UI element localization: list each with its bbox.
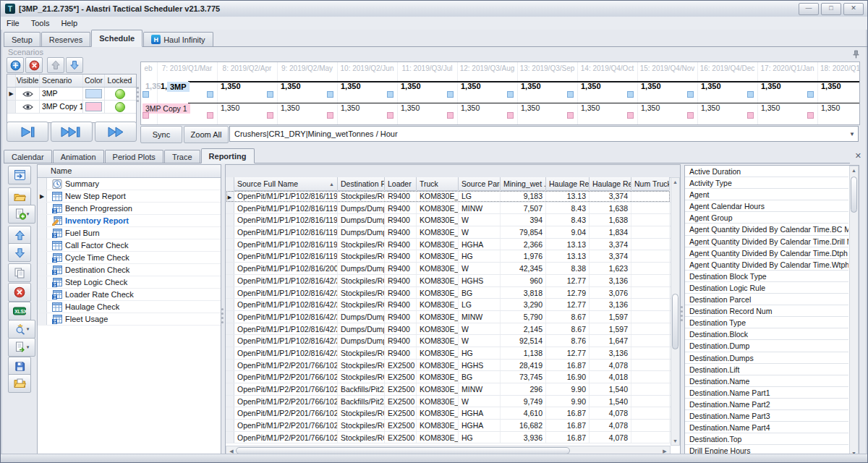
field-item[interactable]: Agent Group bbox=[685, 212, 848, 224]
grid-col-header-mining-wet-[interactable]: Mining_wet ... bbox=[501, 177, 546, 190]
table-row[interactable]: OpenPit/M1/P1/P102/816/119/253Stockpiles… bbox=[226, 239, 671, 251]
field-item[interactable]: Destination.Block bbox=[685, 328, 848, 340]
scenario-color[interactable] bbox=[83, 88, 105, 100]
tree-item-fleet-usage[interactable]: Fleet Usage bbox=[38, 313, 221, 326]
grid-col-header-truck[interactable]: Truck bbox=[417, 177, 459, 190]
table-row[interactable]: OpenPit/M1/P1/P102/816/42/232Dumps/Dump1… bbox=[226, 311, 671, 323]
tab-schedule[interactable]: Schedule bbox=[91, 30, 142, 47]
locked-indicator[interactable] bbox=[105, 101, 135, 113]
grid-col-header-haulage-re-[interactable]: Haulage Re... bbox=[590, 177, 631, 190]
tree-item-cycle-time-check[interactable]: Cycle Time Check bbox=[38, 252, 221, 264]
scroll-up-icon[interactable]: ▲ bbox=[671, 179, 679, 184]
tree-item-call-factor-check[interactable]: Call Factor Check bbox=[38, 239, 221, 252]
table-row[interactable]: OpenPit/M1/P1/P102/816/119/253Stockpiles… bbox=[226, 250, 671, 263]
field-item[interactable]: Destination.Name Part4 bbox=[685, 422, 848, 433]
view-tab-reporting[interactable]: Reporting bbox=[201, 148, 255, 163]
field-item[interactable]: Active Duration bbox=[685, 166, 848, 177]
field-item[interactable]: Destination.Dump bbox=[685, 340, 848, 352]
field-item[interactable]: Destination Record Num bbox=[685, 305, 848, 317]
view-tab-calendar[interactable]: Calendar bbox=[4, 150, 52, 163]
scenario-color[interactable] bbox=[83, 101, 105, 113]
menu-file[interactable]: File bbox=[1, 18, 25, 28]
tree-item-summary[interactable]: Summary bbox=[38, 178, 221, 190]
add-scenario-button[interactable] bbox=[7, 57, 24, 73]
field-item[interactable]: Agent bbox=[685, 189, 848, 200]
menu-help[interactable]: Help bbox=[55, 18, 83, 28]
view-tab-animation[interactable]: Animation bbox=[53, 150, 104, 163]
table-row[interactable]: OpenPit/M1/P1/P102/816/2000/242Dumps/Dum… bbox=[226, 263, 671, 275]
tree-item-inventory-report[interactable]: Inventory Report bbox=[38, 215, 221, 227]
sync-button[interactable]: Sync bbox=[140, 126, 182, 143]
grid-col-header-source-parcel[interactable]: Source Parcel bbox=[459, 177, 501, 190]
move-down-button[interactable] bbox=[8, 243, 31, 262]
table-row[interactable]: OpenPit/M1/P2/P201/766/102/72Stockpiles/… bbox=[226, 407, 671, 420]
move-scenario-up-button[interactable] bbox=[47, 57, 64, 73]
scroll-down-icon[interactable]: ▼ bbox=[671, 438, 679, 443]
tab-reserves[interactable]: Reserves bbox=[41, 32, 90, 46]
field-item[interactable]: Destination.Lift bbox=[685, 364, 848, 375]
delete-button[interactable] bbox=[8, 283, 31, 302]
tree-item-bench-progression[interactable]: Bench Progression bbox=[38, 203, 221, 215]
table-row[interactable]: OpenPit/M1/P1/P102/816/42/232Dumps/Dump1… bbox=[226, 335, 671, 347]
table-row[interactable]: OpenPit/M1/P1/P102/816/119/253Dumps/Dump… bbox=[226, 226, 671, 239]
scroll-up-icon[interactable]: ▲ bbox=[850, 168, 858, 173]
grid-col-header-loader[interactable]: Loader bbox=[385, 177, 417, 190]
table-row[interactable]: OpenPit/M1/P1/P102/816/119/253Dumps/Dump… bbox=[226, 214, 671, 226]
field-item[interactable]: Destination Parcel bbox=[685, 294, 848, 305]
field-item[interactable]: Agent Quantity Divided By Calendar Time.… bbox=[685, 247, 848, 259]
table-row[interactable]: OpenPit/M1/P2/P201/766/102/72Backfills/P… bbox=[226, 383, 671, 396]
step-forward-button[interactable] bbox=[7, 122, 48, 142]
zoom-all-button[interactable]: Zoom All bbox=[184, 126, 229, 143]
minimize-button[interactable]: — bbox=[799, 3, 819, 15]
find-button[interactable]: ▾ bbox=[8, 320, 35, 339]
run-to-end-button[interactable] bbox=[51, 122, 93, 142]
export-report-button[interactable]: ▾ bbox=[8, 338, 35, 357]
tree-grid-splitter[interactable] bbox=[221, 301, 224, 330]
table-row[interactable]: OpenPit/M1/P2/P201/766/102/72Stockpiles/… bbox=[226, 432, 671, 444]
table-row[interactable]: OpenPit/M1/P1/P102/816/42/232Stockpiles/… bbox=[226, 275, 671, 287]
field-item[interactable]: Agent Quantity Divided By Calendar Time.… bbox=[685, 224, 848, 235]
delete-scenario-button[interactable] bbox=[25, 57, 43, 73]
field-item[interactable]: Destination Logic Rule bbox=[685, 282, 848, 294]
add-report-button[interactable]: ▾ bbox=[8, 205, 35, 224]
close-panel-icon[interactable]: ✕ bbox=[855, 151, 861, 161]
tree-item-loader-rate-check[interactable]: Loader Rate Check bbox=[38, 289, 221, 301]
move-scenario-down-button[interactable] bbox=[66, 57, 83, 73]
scenario-splitter[interactable] bbox=[136, 80, 140, 109]
open-folder-button[interactable] bbox=[8, 187, 31, 206]
table-row[interactable]: OpenPit/M1/P1/P102/816/42/232Stockpiles/… bbox=[226, 287, 671, 300]
schedule-timeline[interactable]: eb7: 2019/Q1/Mar1,3501,3508: 2019/Q2/Apr… bbox=[140, 61, 860, 125]
table-row[interactable]: OpenPit/M1/P1/P102/816/42/232Stockpiles/… bbox=[226, 347, 671, 360]
field-item[interactable]: Destination.Name Part1 bbox=[685, 387, 848, 399]
field-item[interactable]: Destination.Top bbox=[685, 433, 848, 445]
scrollbar-thumb[interactable] bbox=[851, 177, 857, 213]
table-row[interactable]: OpenPit/M1/P1/P102/816/42/232Stockpiles/… bbox=[226, 299, 671, 311]
maximize-button[interactable]: □ bbox=[821, 3, 841, 15]
tree-item-step-logic-check[interactable]: Step Logic Check bbox=[38, 276, 221, 289]
field-item[interactable]: Destination.Dumps bbox=[685, 352, 848, 364]
grid-col-header-num-trucks[interactable]: Num Trucks bbox=[631, 177, 670, 190]
scenario-row[interactable]: ▶3MP bbox=[7, 88, 136, 101]
send-to-window-button[interactable] bbox=[8, 166, 31, 184]
tree-item-haulage-check[interactable]: Haulage Check bbox=[38, 301, 221, 313]
grid-vertical-scrollbar[interactable]: ▲▼ bbox=[671, 177, 680, 446]
series-selector[interactable]: Crushers|CR1_DRY|Mining_wetTonnes / Hour… bbox=[229, 126, 859, 142]
tree-item-new-step-report[interactable]: ▶New Step Report bbox=[38, 190, 221, 203]
pin-icon[interactable] bbox=[852, 48, 860, 61]
table-row[interactable]: OpenPit/M1/P1/P102/816/119/253Dumps/Dump… bbox=[226, 203, 671, 215]
table-row[interactable]: OpenPit/M1/P2/P201/766/102/72Backfills/P… bbox=[226, 396, 671, 408]
fields-vertical-scrollbar[interactable]: ▲▼ bbox=[849, 166, 859, 458]
field-item[interactable]: Activity Type bbox=[685, 177, 848, 189]
table-row[interactable]: OpenPit/M1/P2/P201/766/102/72Stockpiles/… bbox=[226, 420, 671, 432]
table-row[interactable]: OpenPit/M1/P1/P102/816/42/232Dumps/Dump1… bbox=[226, 323, 671, 336]
field-item[interactable]: Destination Type bbox=[685, 317, 848, 328]
grid-fields-splitter[interactable] bbox=[680, 299, 684, 328]
grid-col-header-source-full-name[interactable]: Source Full Name▲ bbox=[234, 177, 338, 190]
menu-tools[interactable]: Tools bbox=[25, 18, 56, 28]
field-item[interactable]: Destination Block Type bbox=[685, 271, 848, 282]
visible-toggle[interactable] bbox=[16, 101, 40, 113]
field-item[interactable]: Destination.Name bbox=[685, 375, 848, 387]
tab-haul-infinity[interactable]: HHaul Infinity bbox=[143, 32, 213, 46]
field-item[interactable]: Agent Calendar Hours bbox=[685, 200, 848, 212]
duplicate-button[interactable] bbox=[8, 263, 31, 282]
